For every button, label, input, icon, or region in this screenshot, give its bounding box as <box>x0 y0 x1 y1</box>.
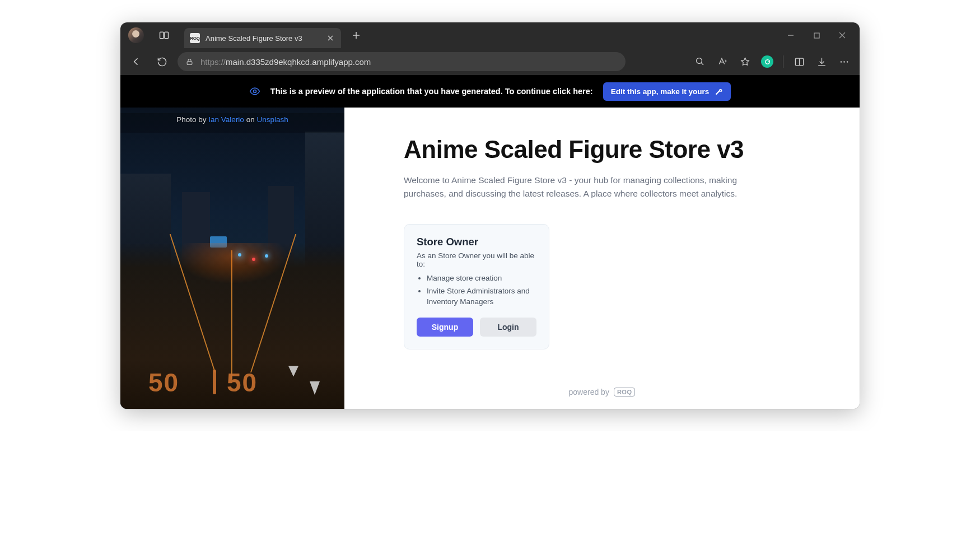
svg-point-7 <box>843 61 845 63</box>
list-item: Manage store creation <box>427 273 536 284</box>
card-title: Store Owner <box>417 236 536 248</box>
edit-app-button-label: Edit this app, make it yours <box>611 87 710 96</box>
edit-app-button[interactable]: Edit this app, make it yours <box>603 82 731 101</box>
signup-button[interactable]: Signup <box>417 318 473 337</box>
photo-credit: Photo by Ian Valerio on Unsplash <box>120 113 344 133</box>
hero-image: 50 50 Photo by Ian Valerio on Unsplash <box>120 108 344 409</box>
roq-logo-icon: ROQ <box>614 388 636 397</box>
page-footer: powered by ROQ <box>344 388 860 397</box>
downloads-icon[interactable] <box>811 52 832 72</box>
browser-window: ROQ Anime Scaled Figure Store v3 https:/ <box>120 22 860 409</box>
svg-rect-3 <box>187 61 192 64</box>
svg-point-6 <box>840 61 842 63</box>
close-window-button[interactable] <box>829 22 855 48</box>
minimize-button[interactable] <box>778 22 804 48</box>
main-panel: Anime Scaled Figure Store v3 Welcome to … <box>344 108 860 409</box>
window-controls <box>778 22 855 48</box>
maximize-button[interactable] <box>804 22 829 48</box>
more-menu-icon[interactable] <box>834 52 854 72</box>
photo-author-link[interactable]: Ian Valerio <box>208 115 244 124</box>
eye-icon <box>249 86 260 97</box>
profile-avatar[interactable] <box>128 27 144 43</box>
close-tab-button[interactable] <box>325 33 335 43</box>
photo-source-link[interactable]: Unsplash <box>256 115 288 124</box>
svg-rect-0 <box>160 32 164 39</box>
zoom-icon[interactable] <box>690 52 710 72</box>
svg-point-8 <box>846 61 848 63</box>
read-aloud-icon[interactable] <box>712 52 732 72</box>
toolbar-divider <box>783 55 783 68</box>
split-screen-icon[interactable] <box>789 52 809 72</box>
lock-icon <box>185 58 194 66</box>
svg-rect-2 <box>814 33 819 38</box>
favorite-icon[interactable] <box>735 52 755 72</box>
role-card-store-owner: Store Owner As an Store Owner you will b… <box>404 224 549 349</box>
wrench-icon <box>715 87 723 96</box>
page-subtitle: Welcome to Anime Scaled Figure Store v3 … <box>404 174 773 200</box>
refresh-button[interactable] <box>152 52 172 72</box>
tab-title: Anime Scaled Figure Store v3 <box>206 34 302 43</box>
svg-point-4 <box>697 58 702 64</box>
workspaces-icon[interactable] <box>154 25 174 45</box>
page-title: Anime Scaled Figure Store v3 <box>404 136 820 164</box>
road-number-left: 50 <box>148 367 179 398</box>
svg-point-9 <box>253 90 256 93</box>
svg-rect-1 <box>165 32 169 39</box>
login-button[interactable]: Login <box>480 318 536 337</box>
browser-titlebar: ROQ Anime Scaled Figure Store v3 <box>120 22 860 48</box>
url-input[interactable]: https://main.d335zd9ekqhkcd.amplifyapp.c… <box>178 52 626 71</box>
road-number-right: 50 <box>227 367 258 398</box>
card-subtitle: As an Store Owner you will be able to: <box>417 251 536 268</box>
back-button[interactable] <box>126 52 146 72</box>
powered-by-text: powered by <box>569 388 609 397</box>
preview-banner: This is a preview of the application tha… <box>120 75 860 108</box>
url-text: https://main.d335zd9ekqhkcd.amplifyapp.c… <box>200 57 371 67</box>
browser-tab[interactable]: ROQ Anime Scaled Figure Store v3 <box>184 28 341 48</box>
list-item: Invite Store Administrators and Inventor… <box>427 286 536 307</box>
tab-favicon-icon: ROQ <box>190 33 200 43</box>
grammarly-extension-icon[interactable] <box>757 52 777 72</box>
banner-text: This is a preview of the application tha… <box>270 87 593 96</box>
page-content: 50 50 Photo by Ian Valerio on Unsplash A… <box>120 108 860 409</box>
card-capabilities-list: Manage store creation Invite Store Admin… <box>427 273 536 307</box>
new-tab-button[interactable] <box>348 27 365 44</box>
browser-addressbar: https://main.d335zd9ekqhkcd.amplifyapp.c… <box>120 48 860 75</box>
